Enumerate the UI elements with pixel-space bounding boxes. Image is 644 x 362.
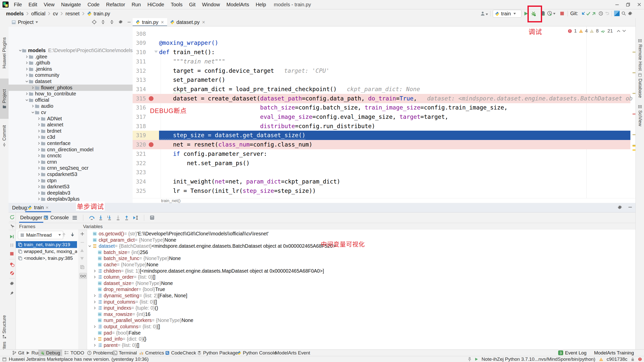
- line-number[interactable]: 317: [133, 112, 146, 122]
- stripe-tab-sciview[interactable]: SciView: [636, 105, 644, 126]
- panel-settings-button[interactable]: [118, 20, 123, 24]
- show-watches-button[interactable]: [79, 273, 87, 279]
- menu-git[interactable]: Git: [186, 0, 199, 9]
- variable-row[interactable]: 01batch_size_func = {NoneType} None: [87, 255, 635, 262]
- menu-refactor[interactable]: Refactor: [103, 0, 128, 9]
- mute-breakpoints-button[interactable]: [10, 271, 15, 276]
- tree-item-.gitee[interactable]: .gitee: [9, 54, 133, 60]
- tree-item-dataset[interactable]: dataset: [9, 78, 133, 85]
- variable-row[interactable]: 01cache = {NoneType} None: [87, 262, 635, 268]
- tree-item-ADNet[interactable]: ADNet: [9, 116, 133, 122]
- line-number[interactable]: 320: [133, 140, 146, 149]
- variable-row[interactable]: 123column_order = {list: 0} []: [87, 274, 635, 280]
- locate-file-button[interactable]: [92, 20, 97, 24]
- move-up-button[interactable]: [80, 249, 84, 252]
- duplicate-watch-button[interactable]: [80, 265, 85, 269]
- stripe-tab-remote-host[interactable]: Remote Host: [636, 39, 644, 71]
- tool-window-button-debug[interactable]: Debug: [38, 350, 62, 356]
- commit-hash[interactable]: c901738c: [607, 356, 627, 362]
- debug-session-tab[interactable]: train✕: [25, 203, 51, 212]
- tree-item-root[interactable]: modelsE:\Develope\Project\Git\Clone\mode…: [9, 47, 133, 54]
- tree-item-official[interactable]: official: [9, 97, 133, 103]
- editor-tab-dataset.py[interactable]: dataset.py✕: [167, 18, 208, 26]
- tree-item-community[interactable]: community: [9, 72, 133, 78]
- line-number[interactable]: 318: [133, 122, 146, 131]
- stop-button[interactable]: [10, 251, 14, 256]
- collapse-all-button[interactable]: [101, 20, 105, 24]
- tree-item-cv[interactable]: cv: [9, 109, 133, 116]
- close-button[interactable]: [637, 2, 641, 7]
- tree-item-how_to_contribute[interactable]: how_to_contribute: [9, 91, 133, 97]
- variable-row[interactable]: 01os.getcwd() = {str} 'E:\\Develope\\Pro…: [87, 231, 635, 237]
- line-number[interactable]: 314: [133, 85, 146, 94]
- modelarts-training-button[interactable]: ModelArts Training: [594, 350, 634, 356]
- breakpoint-dot[interactable]: [149, 96, 154, 101]
- tree-item-darknet53[interactable]: darknet53: [9, 184, 133, 190]
- line-number[interactable]: 310: [133, 48, 146, 57]
- settings-button[interactable]: [628, 11, 633, 16]
- tree-item-brdnet[interactable]: brdnet: [9, 128, 133, 134]
- variable-row[interactable]: 01dataset_size = {NoneType} None: [87, 280, 635, 286]
- stripe-tab-database[interactable]: Database: [636, 73, 644, 98]
- tab-debugger[interactable]: Debugger: [19, 212, 43, 223]
- git-commit-button[interactable]: [586, 11, 591, 16]
- variable-row[interactable]: 01drop_remainder = {bool} True: [87, 286, 635, 293]
- move-down-button[interactable]: [80, 257, 84, 260]
- tree-item-cnnctc[interactable]: cnnctc: [9, 153, 133, 159]
- pin-button[interactable]: [10, 291, 14, 295]
- rollback-button[interactable]: [605, 11, 610, 16]
- frame-up-button[interactable]: [62, 232, 67, 237]
- line-number[interactable]: 321: [133, 149, 146, 159]
- variable-row[interactable]: 01pad = {bool} False: [87, 330, 635, 336]
- stripe-tab-huawei-plugins[interactable]: Huawei Plugins: [0, 37, 9, 68]
- user-menu-button[interactable]: [480, 11, 485, 16]
- frame-row[interactable]: <module>, train.py:385: [16, 255, 77, 262]
- menu-view[interactable]: View: [41, 0, 58, 9]
- step-out-button[interactable]: [124, 215, 129, 220]
- variable-row[interactable]: 123input_indexs = {tuple: 0} (): [87, 305, 635, 311]
- tool-window-button-modelarts-event[interactable]: ModelArts Event: [273, 350, 312, 356]
- variable-row[interactable]: 123children = {list: 1} [<mindspore.data…: [87, 268, 635, 274]
- minimize-button[interactable]: [615, 2, 619, 7]
- tree-item-deeplabv3[interactable]: deeplabv3: [9, 190, 133, 196]
- maximize-button[interactable]: [626, 2, 630, 7]
- view-breakpoints-button[interactable]: [10, 262, 15, 267]
- tree-item-crnn[interactable]: crnn: [9, 159, 133, 165]
- settings-wrench-button[interactable]: [10, 224, 14, 229]
- debug-hide-button[interactable]: [628, 205, 632, 210]
- breadcrumb-item[interactable]: resnet: [65, 11, 80, 17]
- stop-button[interactable]: [560, 11, 564, 16]
- tree-item-.jenkins[interactable]: .jenkins: [9, 66, 133, 72]
- tree-item-.github[interactable]: .github: [9, 60, 133, 66]
- resume-button[interactable]: [10, 234, 14, 239]
- tab-close-icon[interactable]: ✕: [46, 205, 49, 210]
- variable-row[interactable]: 123input_columns = {list: 0} []: [87, 299, 635, 305]
- modelarts-plugin-icon[interactable]: [614, 11, 620, 16]
- menu-file[interactable]: File: [11, 0, 25, 9]
- line-number[interactable]: 322: [133, 159, 146, 168]
- thread-selector[interactable]: MainThread: [18, 231, 63, 239]
- profiler-button[interactable]: [547, 11, 552, 16]
- breadcrumb-file[interactable]: train.py: [94, 11, 110, 17]
- tab-console[interactable]: Console: [43, 212, 70, 223]
- tool-window-button-todo[interactable]: TODO: [62, 350, 86, 356]
- tree-item-centerface[interactable]: centerface: [9, 140, 133, 147]
- line-number[interactable]: 315: [133, 94, 146, 103]
- variable-row[interactable]: 01num_parallel_workers = {NoneType} None: [87, 317, 635, 323]
- step-into-button[interactable]: [98, 215, 103, 220]
- menu-help[interactable]: Help: [252, 0, 269, 9]
- line-number[interactable]: 323: [133, 168, 146, 177]
- breadcrumb-item[interactable]: cv: [53, 11, 58, 17]
- line-number[interactable]: 311: [133, 57, 146, 66]
- stripe-tab-commit[interactable]: Commit: [0, 125, 9, 147]
- fold-marker[interactable]: [154, 51, 158, 53]
- expand-all-button[interactable]: [109, 20, 114, 24]
- line-number[interactable]: 309: [133, 38, 146, 48]
- line-number[interactable]: 312: [133, 66, 146, 76]
- tree-item-alexnet[interactable]: alexnet: [9, 122, 133, 128]
- variable-row[interactable]: pad_info = {dict: 0} {}: [87, 336, 635, 342]
- hide-panel-button[interactable]: [127, 20, 131, 24]
- run-to-cursor-button[interactable]: [133, 215, 138, 220]
- menu-edit[interactable]: Edit: [25, 0, 40, 9]
- run-config-selector[interactable]: train: [493, 10, 521, 18]
